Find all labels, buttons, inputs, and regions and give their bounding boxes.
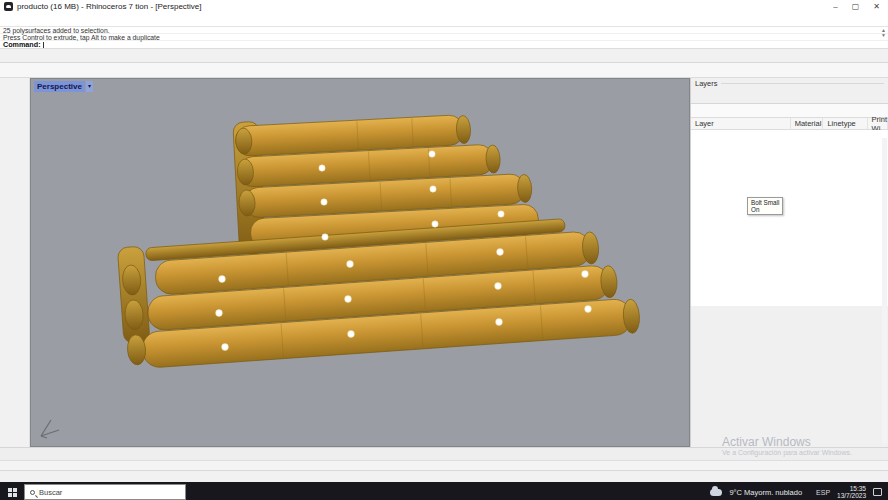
ribbon-tab-bar: [0, 49, 888, 63]
layers-toolbar: [691, 104, 888, 118]
title-bar: producto (16 MB) - Rhinoceros 7 tion - […: [0, 0, 888, 13]
menu-bar: [0, 13, 888, 26]
clock[interactable]: 15:3513/7/2023: [837, 485, 866, 499]
status-bar: [0, 470, 888, 482]
search-icon: [30, 490, 35, 495]
command-history-line-2: Press Control to extrude, tap Alt to mak…: [0, 34, 888, 41]
layers-panel-title: Layers: [695, 79, 718, 88]
windows-taskbar: Buscar 9°C Mayorm. nublado ESP 15:3513/7…: [0, 482, 888, 500]
taskbar-search-input[interactable]: Buscar: [24, 484, 186, 500]
command-area: 25 polysurfaces added to selection. Pres…: [0, 26, 888, 49]
column-linetype[interactable]: Linetype: [823, 118, 867, 129]
weather-icon: [710, 489, 722, 496]
standard-toolbar: [0, 63, 888, 78]
layer-list: Bolt Small On: [691, 130, 888, 306]
left-tool-palette: [0, 78, 30, 447]
panel-tab-strip: [691, 88, 888, 104]
close-button[interactable]: ✕: [873, 2, 880, 11]
windows-logo-icon: [8, 488, 17, 497]
minimize-button[interactable]: –: [833, 2, 837, 11]
search-placeholder: Buscar: [39, 488, 62, 497]
column-print-width[interactable]: Print Wi...: [868, 118, 888, 129]
start-button[interactable]: [0, 482, 24, 500]
restore-button[interactable]: ▢: [852, 2, 860, 11]
column-material[interactable]: Material: [791, 118, 824, 129]
cplane-axis-gnomon: [37, 416, 63, 440]
osnap-bar: [0, 460, 888, 470]
viewport-title[interactable]: Perspective: [34, 81, 85, 92]
rhino-app-icon: [4, 2, 13, 11]
system-tray: 9°C Mayorm. nublado ESP 15:3513/7/2023: [710, 485, 888, 499]
command-history-line-1: 25 polysurfaces added to selection.: [0, 27, 888, 34]
viewport-title-dropdown-icon[interactable]: ▾: [86, 81, 93, 92]
viewport-tab-bar: [0, 447, 888, 460]
layer-tooltip: Bolt Small On: [747, 197, 783, 215]
window-title: producto (16 MB) - Rhinoceros 7 tion - […: [17, 2, 202, 11]
command-input[interactable]: Command:: [0, 41, 888, 49]
log-stack-3d-model: [31, 79, 689, 446]
layers-column-header: Layer Material Linetype Print Wi...: [691, 118, 888, 130]
notification-center-icon[interactable]: [873, 488, 882, 496]
command-scroll-spinner[interactable]: ▲▼: [881, 28, 886, 38]
column-layer[interactable]: Layer: [691, 118, 791, 129]
layers-scrollbar[interactable]: [882, 138, 887, 443]
layers-panel: Layers Layer Material Linetype Print Wi.…: [690, 78, 888, 447]
weather-text[interactable]: 9°C Mayorm. nublado: [729, 488, 802, 497]
language-indicator[interactable]: ESP: [816, 489, 830, 496]
perspective-viewport[interactable]: Perspective ▾: [30, 78, 690, 447]
